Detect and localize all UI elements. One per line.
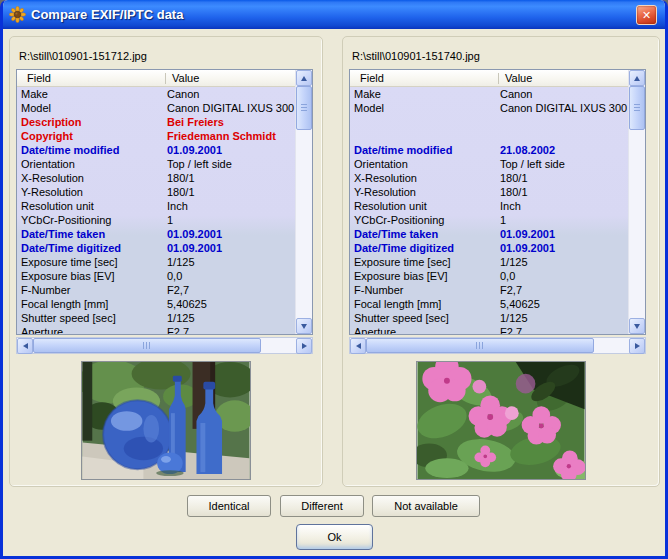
vertical-scroll-track[interactable] bbox=[629, 130, 645, 318]
table-row[interactable]: Date/time modified21.08.2002 bbox=[350, 143, 628, 157]
table-row[interactable] bbox=[350, 129, 628, 143]
value-cell: Bei Freiers bbox=[166, 116, 295, 128]
table-row[interactable]: X-Resolution180/1 bbox=[17, 171, 295, 185]
table-row[interactable]: YCbCr-Positioning1 bbox=[17, 213, 295, 227]
value-cell: 180/1 bbox=[166, 186, 295, 198]
value-cell: 01.09.2001 bbox=[166, 144, 295, 156]
value-cell: Top / left side bbox=[166, 158, 295, 170]
value-cell: 01.09.2001 bbox=[499, 228, 628, 240]
table-row[interactable]: MakeCanon bbox=[350, 87, 628, 101]
table-row[interactable]: DescriptionBei Freiers bbox=[17, 115, 295, 129]
left-vertical-scrollbar[interactable] bbox=[295, 70, 312, 334]
table-row[interactable]: X-Resolution180/1 bbox=[350, 171, 628, 185]
table-row[interactable]: Date/Time taken01.09.2001 bbox=[17, 227, 295, 241]
left-table-header: Field Value bbox=[17, 70, 295, 87]
ok-button[interactable]: Ok bbox=[296, 524, 373, 550]
table-row[interactable]: Exposure time [sec]1/125 bbox=[350, 255, 628, 269]
column-header-field[interactable]: Field bbox=[350, 72, 498, 84]
column-header-value[interactable]: Value bbox=[166, 72, 295, 84]
dialog-body: R:\still\010901-151712.jpg Field Value M… bbox=[3, 29, 665, 556]
table-row[interactable]: OrientationTop / left side bbox=[17, 157, 295, 171]
identical-legend-button[interactable]: Identical bbox=[187, 495, 271, 517]
horizontal-scroll-track[interactable] bbox=[261, 338, 296, 353]
horizontal-scroll-thumb[interactable] bbox=[366, 338, 594, 353]
table-row[interactable]: Date/time modified01.09.2001 bbox=[17, 143, 295, 157]
table-row[interactable]: F-NumberF2,7 bbox=[17, 283, 295, 297]
scroll-right-arrow-icon[interactable] bbox=[629, 338, 645, 354]
table-row[interactable]: Focal length [mm]5,40625 bbox=[17, 297, 295, 311]
horizontal-scroll-track[interactable] bbox=[594, 338, 629, 353]
table-row[interactable]: Exposure bias [EV]0,0 bbox=[17, 269, 295, 283]
scroll-down-arrow-icon[interactable] bbox=[629, 318, 645, 334]
table-row[interactable]: YCbCr-Positioning1 bbox=[350, 213, 628, 227]
table-row[interactable]: Y-Resolution180/1 bbox=[350, 185, 628, 199]
scroll-up-arrow-icon[interactable] bbox=[296, 70, 312, 86]
scroll-down-arrow-icon[interactable] bbox=[296, 318, 312, 334]
value-cell: Canon bbox=[166, 88, 295, 100]
vertical-scroll-track[interactable] bbox=[296, 130, 312, 318]
field-cell: Date/Time digitized bbox=[350, 242, 499, 254]
scroll-left-arrow-icon[interactable] bbox=[17, 338, 33, 354]
field-cell: Y-Resolution bbox=[350, 186, 499, 198]
right-exif-table: Field Value MakeCanonModelCanon DIGITAL … bbox=[349, 69, 646, 335]
field-cell: Date/Time taken bbox=[17, 228, 166, 240]
table-row[interactable]: MakeCanon bbox=[17, 87, 295, 101]
value-cell: Canon DIGITAL IXUS 300 bbox=[166, 102, 295, 114]
title-bar[interactable]: Compare EXIF/IPTC data ✕ bbox=[3, 0, 665, 29]
table-row[interactable]: Resolution unitInch bbox=[17, 199, 295, 213]
value-cell: 0,0 bbox=[166, 270, 295, 282]
horizontal-scroll-thumb[interactable] bbox=[33, 338, 261, 353]
different-label: Different bbox=[301, 500, 342, 512]
table-row[interactable]: ApertureF2,7 bbox=[350, 325, 628, 334]
field-cell: F-Number bbox=[350, 284, 499, 296]
table-row[interactable]: Shutter speed [sec]1/125 bbox=[17, 311, 295, 325]
table-row[interactable]: Date/Time digitized01.09.2001 bbox=[350, 241, 628, 255]
field-cell: Orientation bbox=[350, 158, 499, 170]
table-row[interactable]: OrientationTop / left side bbox=[350, 157, 628, 171]
table-row[interactable]: Resolution unitInch bbox=[350, 199, 628, 213]
table-row[interactable]: Y-Resolution180/1 bbox=[17, 185, 295, 199]
table-row[interactable]: Shutter speed [sec]1/125 bbox=[350, 311, 628, 325]
column-header-field[interactable]: Field bbox=[17, 72, 165, 84]
thumbnail-pink-flowers bbox=[416, 361, 586, 480]
close-button[interactable]: ✕ bbox=[636, 5, 657, 25]
ok-label: Ok bbox=[327, 531, 341, 543]
field-cell: Aperture bbox=[17, 326, 166, 334]
field-cell: Exposure bias [EV] bbox=[17, 270, 166, 282]
left-horizontal-scrollbar[interactable] bbox=[16, 337, 313, 354]
table-row[interactable]: Date/Time taken01.09.2001 bbox=[350, 227, 628, 241]
field-cell: Date/Time taken bbox=[350, 228, 499, 240]
field-cell: X-Resolution bbox=[350, 172, 499, 184]
compare-exif-dialog: Compare EXIF/IPTC data ✕ R:\still\010901… bbox=[0, 0, 668, 559]
table-row[interactable]: ApertureF2,7 bbox=[17, 325, 295, 334]
vertical-scroll-thumb[interactable] bbox=[629, 86, 645, 130]
table-row[interactable]: ModelCanon DIGITAL IXUS 300 bbox=[17, 101, 295, 115]
table-row[interactable]: Date/Time digitized01.09.2001 bbox=[17, 241, 295, 255]
table-row[interactable]: F-NumberF2,7 bbox=[350, 283, 628, 297]
right-vertical-scrollbar[interactable] bbox=[628, 70, 645, 334]
left-file-path: R:\still\010901-151712.jpg bbox=[19, 50, 322, 62]
value-cell: 01.09.2001 bbox=[166, 228, 295, 240]
right-horizontal-scrollbar[interactable] bbox=[349, 337, 646, 354]
table-row[interactable]: ModelCanon DIGITAL IXUS 300 bbox=[350, 101, 628, 115]
field-cell: Date/time modified bbox=[17, 144, 166, 156]
field-cell: Resolution unit bbox=[17, 200, 166, 212]
table-row[interactable]: Exposure bias [EV]0,0 bbox=[350, 269, 628, 283]
field-cell: Make bbox=[17, 88, 166, 100]
table-row[interactable] bbox=[350, 115, 628, 129]
value-cell: 180/1 bbox=[499, 186, 628, 198]
field-cell: YCbCr-Positioning bbox=[350, 214, 499, 226]
value-cell: Canon bbox=[499, 88, 628, 100]
scroll-up-arrow-icon[interactable] bbox=[629, 70, 645, 86]
different-legend-button[interactable]: Different bbox=[280, 495, 364, 517]
table-row[interactable]: Exposure time [sec]1/125 bbox=[17, 255, 295, 269]
scroll-left-arrow-icon[interactable] bbox=[350, 338, 366, 354]
field-cell: Shutter speed [sec] bbox=[17, 312, 166, 324]
column-header-value[interactable]: Value bbox=[499, 72, 628, 84]
table-row[interactable]: Focal length [mm]5,40625 bbox=[350, 297, 628, 311]
scroll-right-arrow-icon[interactable] bbox=[296, 338, 312, 354]
value-cell: 180/1 bbox=[166, 172, 295, 184]
table-row[interactable]: CopyrightFriedemann Schmidt bbox=[17, 129, 295, 143]
vertical-scroll-thumb[interactable] bbox=[296, 86, 312, 130]
not-available-legend-button[interactable]: Not available bbox=[372, 495, 480, 517]
